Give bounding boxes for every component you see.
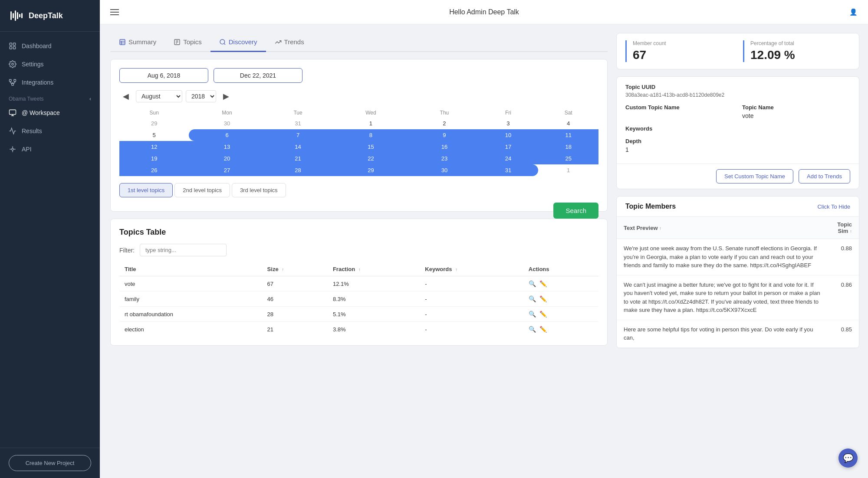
- edit-row-icon[interactable]: ✏️: [539, 326, 547, 333]
- member-text: Here are some helpful tips for voting in…: [617, 320, 827, 347]
- sidebar-item-results-label: Results: [22, 128, 42, 134]
- sidebar-item-results[interactable]: Results: [0, 122, 100, 140]
- next-month-button[interactable]: ▶: [220, 90, 233, 103]
- prev-month-button[interactable]: ◀: [119, 90, 132, 103]
- cal-cell[interactable]: 12: [119, 141, 189, 153]
- sidebar-item-settings[interactable]: Settings: [0, 55, 100, 73]
- cal-cell[interactable]: 7: [265, 129, 331, 141]
- col-keywords[interactable]: Keywords ↑: [420, 262, 523, 276]
- text-preview-col[interactable]: Text Preview ↑: [617, 217, 827, 239]
- cell-title: family: [119, 291, 262, 307]
- pct-label: Percentage of total: [750, 40, 850, 46]
- topic-sim-col[interactable]: Topic Sim ↑: [827, 217, 859, 239]
- cal-cell[interactable]: 27: [189, 164, 265, 176]
- search-row-icon[interactable]: 🔍: [529, 326, 536, 333]
- search-row-icon[interactable]: 🔍: [529, 311, 536, 318]
- edit-row-icon[interactable]: ✏️: [539, 295, 547, 302]
- level-tab-1[interactable]: 1st level topics: [119, 183, 173, 197]
- member-text: We can't just imagine a better future; w…: [617, 275, 827, 320]
- set-custom-topic-button[interactable]: Set Custom Topic Name: [716, 169, 793, 183]
- cal-cell[interactable]: 16: [411, 141, 478, 153]
- level-tab-3[interactable]: 3rd level topics: [232, 183, 286, 197]
- sidebar-logo: DeepTalk: [0, 0, 100, 32]
- add-to-trends-button[interactable]: Add to Trends: [799, 169, 850, 183]
- cell-size: 21: [262, 322, 328, 337]
- cal-cell[interactable]: 10: [478, 129, 539, 141]
- cell-title: rt obamafoundation: [119, 307, 262, 322]
- cal-cell[interactable]: 26: [119, 164, 189, 176]
- calendar-grid: Sun Mon Tue Wed Thu Fri Sat 293031123456…: [119, 108, 598, 176]
- cal-cell[interactable]: 14: [265, 141, 331, 153]
- table-row: election213.8%-🔍✏️: [119, 322, 598, 337]
- cal-cell[interactable]: 31: [265, 118, 331, 129]
- cal-cell[interactable]: 20: [189, 153, 265, 164]
- cal-cell[interactable]: 30: [189, 118, 265, 129]
- topic-name-section: Topic Name vote: [742, 104, 850, 119]
- cal-cell[interactable]: 2: [411, 118, 478, 129]
- cal-cell[interactable]: 22: [331, 153, 411, 164]
- sidebar-item-dashboard[interactable]: Dashboard: [0, 37, 100, 55]
- cal-cell[interactable]: 15: [331, 141, 411, 153]
- menu-toggle-button[interactable]: [110, 9, 119, 15]
- cal-cell[interactable]: 3: [478, 118, 539, 129]
- svg-rect-14: [10, 110, 16, 115]
- col-size[interactable]: Size ↑: [262, 262, 328, 276]
- chat-bubble-button[interactable]: 💬: [838, 449, 858, 468]
- depth-label: Depth: [625, 138, 850, 144]
- cal-cell[interactable]: 18: [538, 141, 598, 153]
- chevron-icon[interactable]: ‹: [89, 96, 91, 102]
- cal-cell[interactable]: 19: [119, 153, 189, 164]
- cal-cell[interactable]: 17: [478, 141, 539, 153]
- cal-cell[interactable]: 29: [331, 164, 411, 176]
- level-tab-2[interactable]: 2nd level topics: [174, 183, 230, 197]
- cal-cell[interactable]: 8: [331, 129, 411, 141]
- calendar: ◀ August September October November Dece…: [119, 90, 598, 176]
- cal-cell[interactable]: 23: [411, 153, 478, 164]
- cal-cell[interactable]: 30: [411, 164, 478, 176]
- edit-row-icon[interactable]: ✏️: [539, 280, 547, 287]
- cal-cell[interactable]: 29: [119, 118, 189, 129]
- cal-cell[interactable]: 6: [189, 129, 265, 141]
- custom-topic-name-label: Custom Topic Name: [625, 104, 733, 111]
- tab-summary[interactable]: Summary: [110, 33, 165, 52]
- cal-cell[interactable]: 24: [478, 153, 539, 164]
- month-select[interactable]: August September October November Decemb…: [136, 90, 182, 102]
- tab-trends[interactable]: Trends: [266, 33, 313, 52]
- cal-cell[interactable]: 21: [265, 153, 331, 164]
- member-text: We're just one week away from the U.S. S…: [617, 239, 827, 275]
- cal-cell[interactable]: 5: [119, 129, 189, 141]
- metrics-card: Member count 67 Percentage of total 12.0…: [616, 33, 859, 69]
- sidebar-item-api[interactable]: API: [0, 140, 100, 158]
- cal-cell[interactable]: 28: [265, 164, 331, 176]
- search-button[interactable]: Search: [553, 203, 598, 219]
- topbar-user[interactable]: 👤: [849, 8, 858, 16]
- cell-actions: 🔍✏️: [523, 322, 598, 337]
- sidebar-item-dashboard-label: Dashboard: [22, 43, 52, 49]
- cal-cell[interactable]: 11: [538, 129, 598, 141]
- search-row-icon[interactable]: 🔍: [529, 295, 536, 302]
- click-to-hide-button[interactable]: Click To Hide: [817, 203, 850, 210]
- start-date-input[interactable]: [119, 68, 208, 83]
- cal-cell[interactable]: 1: [538, 164, 598, 176]
- end-date-input[interactable]: [214, 68, 302, 83]
- tab-topics[interactable]: Topics: [165, 33, 210, 52]
- sidebar-item-workspace[interactable]: @ Workspace: [0, 104, 100, 122]
- year-select[interactable]: 2018 2019 2020 2021: [186, 90, 216, 102]
- filter-input[interactable]: [140, 244, 227, 256]
- cal-cell[interactable]: 13: [189, 141, 265, 153]
- tab-discovery[interactable]: Discovery: [210, 33, 266, 52]
- cal-cell[interactable]: 25: [538, 153, 598, 164]
- sidebar-item-integrations[interactable]: Integrations: [0, 73, 100, 92]
- cal-cell[interactable]: 1: [331, 118, 411, 129]
- col-title[interactable]: Title: [119, 262, 262, 276]
- cal-cell[interactable]: 9: [411, 129, 478, 141]
- col-fraction[interactable]: Fraction ↑: [328, 262, 420, 276]
- cal-cell[interactable]: 4: [538, 118, 598, 129]
- edit-row-icon[interactable]: ✏️: [539, 311, 547, 318]
- search-row-icon[interactable]: 🔍: [529, 280, 536, 287]
- create-project-button[interactable]: Create New Project: [9, 455, 91, 471]
- cal-cell[interactable]: 31: [478, 164, 539, 176]
- sort-fraction-icon: ↑: [358, 267, 361, 272]
- topic-details-card: Topic UUID 308a3eac-a181-413b-acd8-b1120…: [616, 76, 859, 189]
- member-sim: 0.85: [827, 320, 859, 347]
